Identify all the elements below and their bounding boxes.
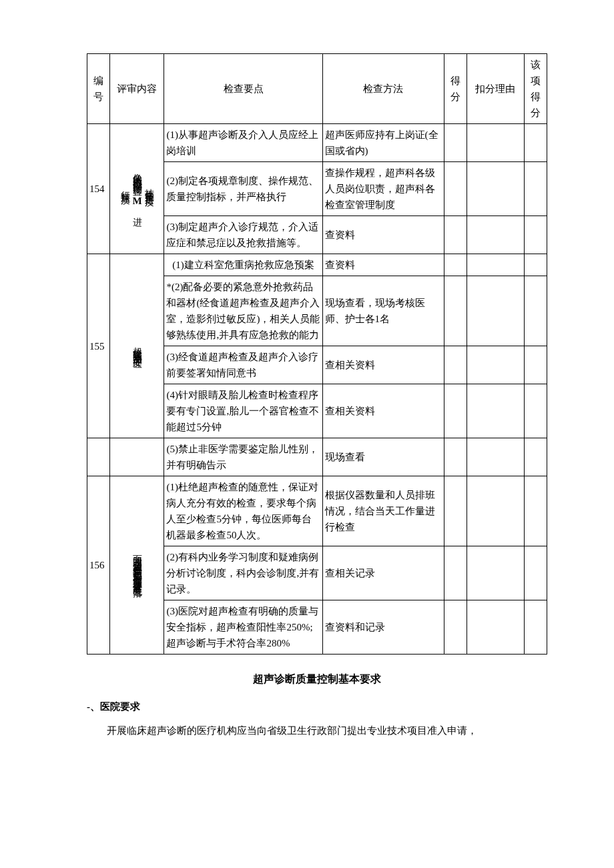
header-id: 编号 <box>87 54 110 124</box>
cell-item-score <box>524 546 547 600</box>
content-text-3: 进 <box>131 210 143 211</box>
cell-id: 156 <box>87 476 110 655</box>
content-text-1: 像的执术行规控行期图置 <box>131 166 143 181</box>
cell-score <box>444 162 467 216</box>
cell-reason <box>467 346 524 384</box>
content-text-1: 面管改明定质制诬 <box>131 548 143 558</box>
content-text: 超疗管强医全加声安理 <box>131 340 143 353</box>
table-header-row: 编号 评审内容 检查要点 检查方法 得分 扣分理由 该项得分 <box>87 54 547 124</box>
header-method: 检查方法 <box>322 54 444 124</box>
cell-item-score <box>524 254 547 276</box>
review-table: 编号 评审内容 检查要点 检查方法 得分 扣分理由 该项得分 154 像的执术行… <box>87 53 547 655</box>
cell-method: 查资料 <box>322 254 444 276</box>
cell-score <box>444 600 467 655</box>
cell-content: 超疗管强医全加声安理 <box>110 254 164 438</box>
content-text-2: 技作实量定行质。行操瓶质 <box>119 181 156 191</box>
cell-score <box>444 276 467 346</box>
cell-point: (3)制定超声介入诊疗规范，介入适应症和禁忌症以及抢救措施等。 <box>164 216 322 254</box>
cell-method: 查相关资料 <box>322 384 444 438</box>
table-row: (5)禁止非医学需要鉴定胎儿性别，并有明确告示 现场查看 <box>87 438 547 476</box>
section-title: -、医院要求 <box>87 699 547 715</box>
cell-id-empty <box>87 438 110 476</box>
cell-score <box>444 216 467 254</box>
cell-content: 像的执术行规控行期图置 技作实量定行质。行操瓶质 M 进 <box>110 124 164 254</box>
cell-point: (3)医院对超声检查有明确的质量与安全指标，超声检查阳性率250%;超声诊断与手… <box>164 600 322 655</box>
header-reason: 扣分理由 <box>467 54 524 124</box>
cell-method: 查相关记录 <box>322 546 444 600</box>
cell-score <box>444 346 467 384</box>
header-score: 得分 <box>444 54 467 124</box>
cell-reason <box>467 162 524 216</box>
cell-item-score <box>524 600 547 655</box>
cell-method: 现场查看，现场考核医师、护士各1名 <box>322 276 444 346</box>
cell-score <box>444 438 467 476</box>
cell-item-score <box>524 384 547 438</box>
cell-content-empty <box>110 438 164 476</box>
cell-point: (3)经食道超声检查及超声介入诊疗前要签署知情同意书 <box>164 346 322 384</box>
cell-point: *(2)配备必要的紧急意外抢救药品和器材(经食道超声检查及超声介入室，造影剂过敏… <box>164 276 322 346</box>
cell-method: 查操作规程，超声科各级人员岗位职责，超声科各检查室管理制度 <box>322 162 444 216</box>
cell-score <box>444 254 467 276</box>
cell-score <box>444 384 467 438</box>
cell-method: 超声医师应持有上岗证(全国或省内) <box>322 124 444 162</box>
cell-score <box>444 124 467 162</box>
cell-point: (4)针对眼睛及胎儿检查时检查程序要有专门设置,胎儿一个器官检查不能超过5分钟 <box>164 384 322 438</box>
cell-reason <box>467 546 524 600</box>
cell-reason <box>467 438 524 476</box>
cell-content: 面管改明定质制诬 全量与制规展控有实质理进按开量并电落 <box>110 476 164 655</box>
cell-point: (1)杜绝超声检查的随意性，保证对病人充分有效的检查，要求每个病人至少检查5分钟… <box>164 476 322 546</box>
cell-reason <box>467 384 524 438</box>
cell-point: (1)从事超声诊断及介入人员应经上岗培训 <box>164 124 322 162</box>
cell-method: 根据仪器数量和人员排班情况，结合当天工作量进行检查 <box>322 476 444 546</box>
cell-item-score <box>524 162 547 216</box>
cell-point: (2)制定各项规章制度、操作规范、质量控制指标，并严格执行 <box>164 162 322 216</box>
cell-point: (5)禁止非医学需要鉴定胎儿性别，并有明确告示 <box>164 438 322 476</box>
cell-reason <box>467 216 524 254</box>
cell-id: 154 <box>87 124 110 254</box>
cell-id: 155 <box>87 254 110 438</box>
table-row: 156 面管改明定质制诬 全量与制规展控有实质理进按开量并电落 (1)杜绝超声检… <box>87 476 547 546</box>
cell-reason <box>467 124 524 162</box>
table-row: 154 像的执术行规控行期图置 技作实量定行质。行操瓶质 M 进 (1)从事超声… <box>87 124 547 162</box>
cell-reason <box>467 476 524 546</box>
section-paragraph: 开展临床超声诊断的医疗机构应当向省级卫生行政部门提出专业技术项目准入申请， <box>87 723 547 739</box>
cell-method: 查相关资料 <box>322 346 444 384</box>
document-heading: 超声诊断质量控制基本要求 <box>87 671 547 688</box>
cell-reason <box>467 254 524 276</box>
cell-item-score <box>524 216 547 254</box>
header-item-score: 该项得分 <box>524 54 547 124</box>
cell-point: (2)有科内业务学习制度和疑难病例分析讨论制度，科内会诊制度,并有记录。 <box>164 546 322 600</box>
cell-score <box>444 476 467 546</box>
cell-item-score <box>524 276 547 346</box>
header-content: 评审内容 <box>110 54 164 124</box>
cell-item-score <box>524 476 547 546</box>
header-point: 检查要点 <box>164 54 322 124</box>
cell-reason <box>467 276 524 346</box>
cell-method: 查资料 <box>322 216 444 254</box>
cell-method: 现场查看 <box>322 438 444 476</box>
content-text-2: 全量与制规展控有实质理进按开量并电落 <box>131 558 143 582</box>
cell-score <box>444 546 467 600</box>
cell-item-score <box>524 124 547 162</box>
cell-item-score <box>524 438 547 476</box>
cell-method: 查资料和记录 <box>322 600 444 655</box>
m-icon: M <box>111 193 162 209</box>
cell-item-score <box>524 346 547 384</box>
cell-point: (1)建立科室危重病抢救应急预案 <box>164 254 322 276</box>
cell-reason <box>467 600 524 655</box>
table-row: 155 超疗管强医全加声安理 (1)建立科室危重病抢救应急预案 查资料 <box>87 254 547 276</box>
